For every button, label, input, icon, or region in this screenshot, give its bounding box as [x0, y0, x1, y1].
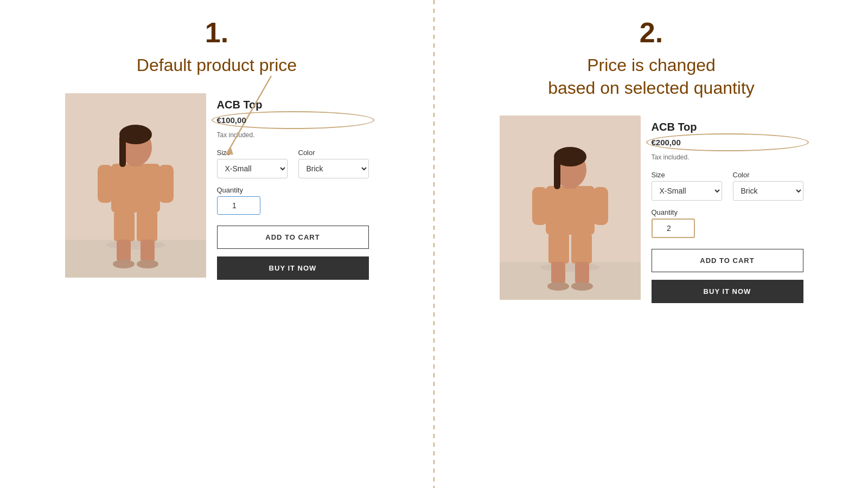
- color-label-1: Color: [298, 149, 369, 157]
- svg-rect-13: [117, 240, 131, 261]
- size-label-1: Size: [217, 149, 288, 157]
- svg-point-20: [540, 263, 600, 272]
- svg-rect-12: [137, 211, 157, 241]
- svg-point-32: [547, 282, 569, 291]
- quantity-input-1[interactable]: [217, 196, 260, 215]
- svg-point-3: [106, 241, 165, 249]
- svg-point-15: [113, 260, 135, 268]
- person-illustration-1: [65, 93, 206, 278]
- svg-rect-29: [571, 234, 592, 264]
- color-group-1: Color Brick White Black Navy: [298, 149, 369, 178]
- quantity-group-1: Quantity: [217, 186, 369, 215]
- color-label-2: Color: [733, 171, 803, 179]
- product-image-2: [500, 115, 641, 300]
- svg-rect-10: [158, 165, 174, 203]
- form-row-1: Size X-Small Small Medium Large Color Br…: [217, 149, 369, 178]
- buy-now-button-2[interactable]: BUY IT NOW: [652, 280, 803, 303]
- svg-rect-11: [114, 211, 135, 241]
- form-row-2: Size X-Small Small Medium Large Color Br…: [652, 171, 803, 201]
- add-to-cart-button-1[interactable]: ADD TO CART: [217, 226, 369, 249]
- svg-rect-21: [546, 186, 595, 235]
- size-select-1[interactable]: X-Small Small Medium Large: [217, 159, 288, 178]
- product-details-1: ACB Top €100,00 Tax included. Size X-Sma…: [217, 93, 369, 280]
- quantity-input-2[interactable]: [652, 219, 695, 238]
- svg-rect-30: [551, 262, 565, 284]
- product-image-1: [65, 93, 206, 278]
- svg-rect-25: [554, 157, 560, 189]
- price-wrapper-1: €100,00: [217, 115, 369, 125]
- svg-point-16: [137, 260, 158, 268]
- svg-point-33: [571, 282, 593, 291]
- svg-rect-8: [119, 134, 126, 167]
- product-title-2: ACB Top: [652, 121, 803, 133]
- buy-now-button-1[interactable]: BUY IT NOW: [217, 256, 369, 280]
- size-label-2: Size: [652, 171, 722, 179]
- add-to-cart-button-2[interactable]: ADD TO CART: [652, 249, 803, 272]
- quantity-group-2: Quantity: [652, 208, 803, 238]
- step-2-description: Price is changed based on selected quant…: [548, 54, 755, 99]
- tax-note-2: Tax included.: [652, 153, 803, 161]
- size-select-2[interactable]: X-Small Small Medium Large: [652, 181, 722, 201]
- product-area-1: ACB Top €100,00 Tax included. Size X-Sma…: [22, 93, 412, 280]
- panel-1: 1. Default product price: [0, 0, 433, 488]
- step-2-number: 2.: [640, 16, 663, 49]
- svg-rect-26: [532, 187, 547, 225]
- size-group-1: Size X-Small Small Medium Large: [217, 149, 288, 178]
- svg-rect-31: [575, 262, 589, 284]
- svg-rect-4: [111, 164, 160, 213]
- product-area-2: ACB Top €200,00 Tax included. Size X-Sma…: [456, 115, 846, 303]
- quantity-label-1: Quantity: [217, 186, 369, 194]
- color-select-1[interactable]: Brick White Black Navy: [298, 159, 369, 178]
- quantity-label-2: Quantity: [652, 208, 803, 216]
- svg-rect-28: [548, 234, 569, 264]
- price-wrapper-2: €200,00: [652, 138, 803, 147]
- price-circle-1: [212, 111, 374, 129]
- person-illustration-2: [500, 115, 641, 300]
- panel-2: 2. Price is changed based on selected qu…: [435, 0, 868, 488]
- color-group-2: Color Brick White Black Navy: [733, 171, 803, 201]
- size-group-2: Size X-Small Small Medium Large: [652, 171, 722, 201]
- svg-rect-9: [98, 165, 113, 203]
- step-1-description: Default product price: [137, 54, 297, 77]
- step-1-number: 1.: [205, 16, 228, 49]
- svg-rect-27: [593, 187, 608, 225]
- price-circle-2: [646, 133, 809, 151]
- product-title-1: ACB Top: [217, 99, 369, 111]
- color-select-2[interactable]: Brick White Black Navy: [733, 181, 803, 201]
- tax-note-1: Tax included.: [217, 131, 369, 139]
- svg-rect-14: [141, 240, 155, 261]
- product-details-2: ACB Top €200,00 Tax included. Size X-Sma…: [652, 115, 803, 303]
